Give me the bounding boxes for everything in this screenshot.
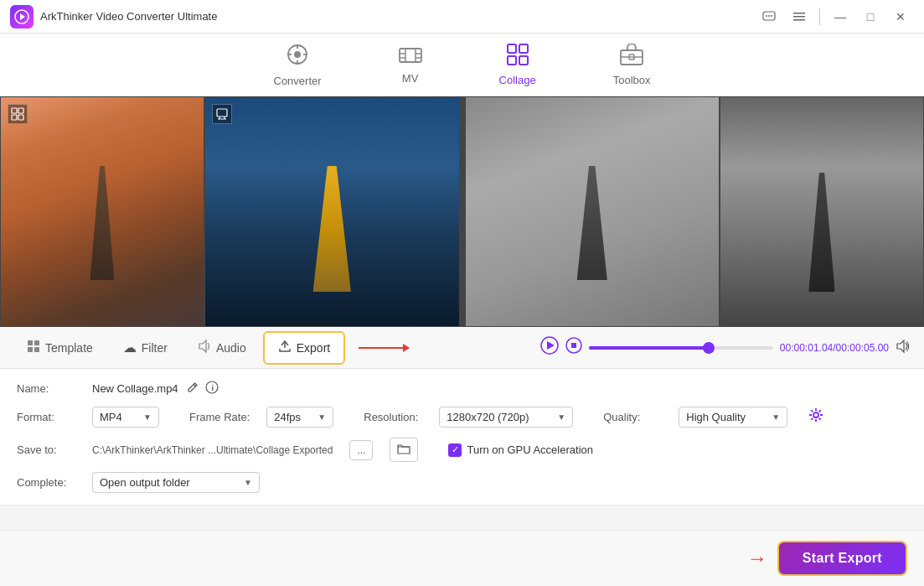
collage-label: Collage <box>499 74 536 86</box>
play-button[interactable] <box>540 336 559 359</box>
preview-panel-3[interactable] <box>465 96 720 327</box>
svg-point-5 <box>771 15 772 17</box>
annotation-arrow <box>359 347 409 349</box>
framerate-select[interactable]: 24fps ▼ <box>266 407 333 428</box>
start-export-button[interactable]: Start Export <box>777 541 907 576</box>
menu-button[interactable] <box>786 5 813 29</box>
nav-item-converter[interactable]: Converter <box>261 36 335 94</box>
complete-chevron: ▼ <box>244 478 252 487</box>
filter-label: Filter <box>142 341 168 355</box>
name-row: Name: New Collage.mp4 i <box>17 381 907 397</box>
saveto-label: Save to: <box>17 443 75 456</box>
bottom-bar: → Start Export <box>0 530 924 586</box>
edit-name-icon[interactable] <box>187 381 199 396</box>
framerate-chevron: ▼ <box>317 412 326 422</box>
title-bar: ArkThinker Video Converter Ultimate — □ … <box>0 0 924 34</box>
svg-rect-23 <box>519 44 528 53</box>
app-icon <box>10 5 34 29</box>
total-time: 00:00:05.00 <box>836 342 889 354</box>
audio-icon <box>198 340 211 356</box>
panel-divider[interactable] <box>460 96 465 327</box>
template-label: Template <box>45 341 93 355</box>
app-title: ArkThinker Video Converter Ultimate <box>40 10 217 23</box>
preview-panel-1[interactable] <box>0 96 204 327</box>
preview-panel-2[interactable] <box>204 96 460 327</box>
collage-icon <box>507 44 529 70</box>
info-icon[interactable]: i <box>205 381 219 397</box>
svg-rect-35 <box>34 340 39 345</box>
minimize-button[interactable]: — <box>827 5 854 29</box>
tab-filter[interactable]: ☁ Filter <box>110 333 181 362</box>
panel-1-indicator <box>8 104 28 124</box>
tab-export[interactable]: Export <box>263 331 345 365</box>
complete-value: Open output folder <box>100 476 190 489</box>
svg-text:i: i <box>211 384 214 392</box>
format-row: Format: MP4 ▼ Frame Rate: 24fps ▼ Resolu… <box>17 407 907 428</box>
tab-audio[interactable]: Audio <box>184 333 260 363</box>
progress-fill <box>589 346 709 350</box>
framerate-label: Frame Rate: <box>189 411 250 423</box>
svg-marker-40 <box>547 341 555 350</box>
svg-rect-30 <box>18 108 23 113</box>
browse-button[interactable]: ... <box>349 440 373 460</box>
quality-select[interactable]: High Quality ▼ <box>679 407 787 428</box>
title-bar-controls: — □ ✕ <box>756 5 914 29</box>
complete-select[interactable]: Open output folder ▼ <box>92 472 260 493</box>
name-label: Name: <box>17 382 75 395</box>
gpu-label: Turn on GPU Acceleration <box>467 443 593 456</box>
preview-panel-4[interactable] <box>720 96 924 327</box>
svg-rect-37 <box>34 347 39 352</box>
stop-button[interactable] <box>565 337 582 358</box>
gpu-checkbox[interactable] <box>448 443 462 457</box>
svg-point-3 <box>766 15 767 17</box>
close-button[interactable]: ✕ <box>887 5 914 29</box>
export-arrow-icon: → <box>747 547 767 570</box>
template-icon <box>27 340 40 356</box>
progress-thumb <box>703 342 715 354</box>
svg-rect-6 <box>793 13 805 14</box>
quality-gear-icon[interactable] <box>808 407 824 428</box>
volume-icon[interactable] <box>896 339 911 357</box>
svg-rect-32 <box>18 115 23 120</box>
export-label: Export <box>297 341 330 355</box>
progress-bar[interactable] <box>589 346 773 350</box>
chat-button[interactable] <box>756 5 782 29</box>
audio-label: Audio <box>216 341 246 355</box>
mv-label: MV <box>402 72 419 85</box>
complete-row: Complete: Open output folder ▼ <box>17 472 907 493</box>
complete-label: Complete: <box>17 476 75 489</box>
nav-item-toolbox[interactable]: Toolbox <box>600 37 664 93</box>
panel-2-indicator <box>212 104 232 124</box>
svg-point-4 <box>768 15 770 17</box>
svg-marker-1 <box>20 13 25 20</box>
format-select[interactable]: MP4 ▼ <box>92 407 159 428</box>
title-bar-left: ArkThinker Video Converter Ultimate <box>10 5 217 29</box>
nav-item-collage[interactable]: Collage <box>486 37 550 93</box>
svg-rect-8 <box>793 19 805 21</box>
svg-rect-24 <box>508 56 516 65</box>
mv-icon <box>399 45 422 69</box>
tab-template[interactable]: Template <box>13 333 106 363</box>
settings-panel: Name: New Collage.mp4 i Format: MP4 ▼ <box>0 369 924 506</box>
svg-marker-43 <box>897 340 904 352</box>
playback-controls: 00:00:01.04/00:00:05.00 <box>540 336 911 359</box>
svg-rect-7 <box>793 16 805 18</box>
export-icon <box>278 340 292 356</box>
open-folder-button[interactable] <box>390 438 418 462</box>
resolution-select[interactable]: 1280x720 (720p) ▼ <box>439 407 573 428</box>
gpu-checkbox-area: Turn on GPU Acceleration <box>448 443 593 457</box>
saveto-path: C:\ArkThinker\ArkThinker ...Ultimate\Col… <box>92 444 333 456</box>
svg-rect-15 <box>400 49 421 62</box>
nav-item-mv[interactable]: MV <box>385 39 436 91</box>
svg-rect-29 <box>12 108 17 113</box>
svg-rect-31 <box>12 115 17 120</box>
svg-rect-33 <box>217 109 227 117</box>
maximize-button[interactable]: □ <box>857 5 884 29</box>
quality-chevron: ▼ <box>772 412 780 422</box>
svg-rect-36 <box>28 347 33 352</box>
resolution-value: 1280x720 (720p) <box>447 411 529 423</box>
preview-panel <box>0 96 924 327</box>
converter-label: Converter <box>274 75 322 87</box>
svg-line-44 <box>194 385 196 387</box>
framerate-value: 24fps <box>274 411 301 423</box>
